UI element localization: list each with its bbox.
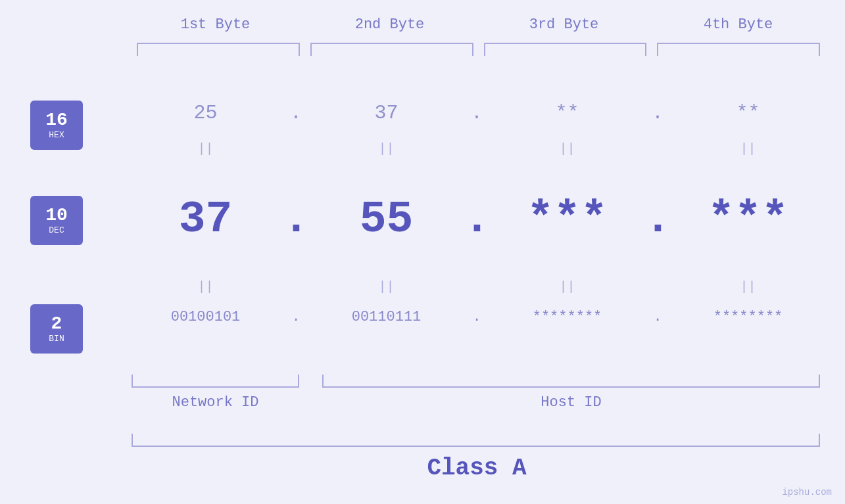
outer-bracket	[132, 434, 820, 447]
byte-label-2: 2nd Byte	[302, 16, 477, 33]
bin-badge-type: BIN	[49, 334, 64, 344]
dec-sep-1: .	[283, 194, 309, 244]
byte-label-1: 1st Byte	[128, 16, 302, 33]
hex-sep-1: .	[283, 102, 309, 124]
dec-row: 37 . 55 . *** . ***	[128, 194, 825, 244]
bracket-byte-3	[484, 43, 647, 56]
eq2-cell-3: ||	[490, 279, 644, 294]
bin-val-3: ********	[490, 309, 644, 325]
bin-val-2: 00110111	[309, 309, 464, 325]
hex-badge-type: HEX	[49, 130, 64, 140]
bin-row: 00100101 . 00110111 . ******** . *******…	[128, 309, 825, 325]
dec-val-4: ***	[671, 194, 825, 244]
eq2-cell-2: ||	[309, 279, 464, 294]
hex-row: 25 . 37 . ** . **	[128, 102, 825, 124]
network-id-label: Network ID	[132, 394, 299, 411]
bracket-byte-2	[310, 43, 473, 56]
eq2-cell-4: ||	[671, 279, 825, 294]
bin-sep-2: .	[464, 309, 490, 325]
host-id-label: Host ID	[322, 394, 820, 411]
watermark: ipshu.com	[782, 487, 832, 497]
dec-sep-3: .	[644, 194, 671, 244]
hex-badge: 16 HEX	[30, 101, 83, 150]
hex-val-1: 25	[128, 102, 283, 124]
hex-sep-2: .	[464, 102, 490, 124]
hex-val-3: **	[490, 102, 644, 124]
bin-val-4: ********	[671, 309, 825, 325]
top-brackets-row	[132, 43, 825, 56]
bin-badge: 2 BIN	[30, 304, 83, 354]
bracket-byte-4	[657, 43, 820, 56]
dec-badge-number: 10	[45, 206, 68, 226]
bin-val-1: 00100101	[128, 309, 283, 325]
eq1-cell-2: ||	[309, 141, 464, 156]
hex-val-2: 37	[309, 102, 464, 124]
bin-sep-3: .	[644, 309, 671, 325]
eq1-cell-4: ||	[671, 141, 825, 156]
hex-badge-number: 16	[45, 110, 68, 131]
dec-val-3: ***	[490, 194, 644, 244]
bin-sep-1: .	[283, 309, 309, 325]
bin-badge-number: 2	[51, 314, 62, 334]
byte-label-4: 4th Byte	[651, 16, 825, 33]
hex-sep-3: .	[644, 102, 671, 124]
byte-labels-row: 1st Byte 2nd Byte 3rd Byte 4th Byte	[128, 16, 825, 33]
eq2-cell-1: ||	[128, 279, 283, 294]
class-label: Class A	[128, 455, 825, 482]
network-bracket	[132, 375, 299, 388]
equals-row-2: || || || ||	[128, 279, 825, 294]
eq1-cell-3: ||	[490, 141, 644, 156]
main-page: 1st Byte 2nd Byte 3rd Byte 4th Byte 16 H…	[0, 0, 845, 504]
bracket-byte-1	[137, 43, 300, 56]
dec-val-1: 37	[128, 194, 283, 244]
hex-val-4: **	[671, 102, 825, 124]
dec-sep-2: .	[464, 194, 490, 244]
dec-val-2: 55	[309, 194, 464, 244]
host-bracket	[322, 375, 820, 388]
dec-badge: 10 DEC	[30, 196, 83, 245]
dec-badge-type: DEC	[49, 225, 64, 235]
byte-label-3: 3rd Byte	[477, 16, 651, 33]
equals-row-1: || || || ||	[128, 141, 825, 156]
eq1-cell-1: ||	[128, 141, 283, 156]
